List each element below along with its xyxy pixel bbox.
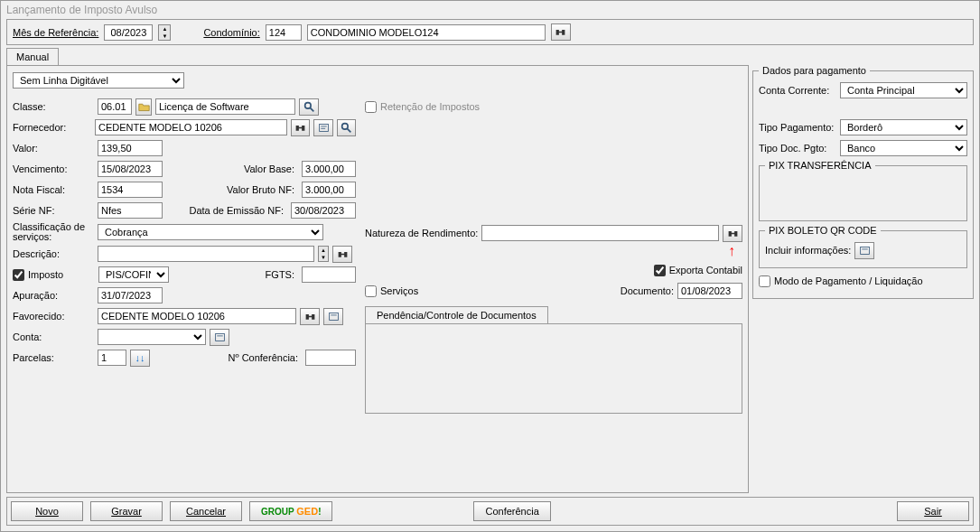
retencao-checkbox[interactable] — [365, 101, 377, 113]
linha-digitavel-select[interactable]: Sem Linha Digitável — [13, 72, 184, 89]
classe-name-input[interactable] — [155, 98, 295, 115]
card-icon — [318, 122, 330, 134]
svg-line-6 — [347, 128, 350, 132]
binoculars-icon — [727, 228, 739, 239]
fornecedor-binoculars-button[interactable] — [291, 119, 310, 136]
tipo-pagamento-select[interactable]: Borderô — [840, 119, 967, 135]
imposto-select[interactable]: PIS/COFINS/CSLL — [98, 266, 169, 283]
fornecedor-card-button[interactable] — [313, 119, 332, 136]
retencao-label: Retenção de Impostos — [380, 101, 480, 112]
apuracao-input[interactable] — [98, 287, 163, 303]
imposto-checkbox[interactable] — [13, 269, 24, 281]
pendencia-panel — [365, 323, 742, 414]
binoculars-icon — [294, 122, 306, 134]
svg-rect-7 — [329, 313, 338, 320]
descricao-spinner[interactable]: ▲▼ — [318, 246, 329, 262]
tipo-pagamento-label: Tipo Pagamento: — [759, 122, 836, 133]
classificacao-select[interactable]: Cobrança — [98, 224, 323, 240]
nota-fiscal-label: Nota Fiscal: — [13, 184, 94, 195]
conta-select[interactable] — [98, 329, 206, 345]
conta-label: Conta: — [13, 331, 94, 342]
incluir-info-label: Incluir informações: — [765, 245, 851, 256]
gravar-button[interactable]: Gravar — [90, 501, 163, 521]
fgts-input[interactable] — [302, 266, 356, 283]
fornecedor-search-button[interactable] — [337, 119, 356, 136]
binoculars-icon — [555, 26, 566, 38]
novo-button[interactable]: Novo — [11, 501, 83, 521]
magnifier-icon — [341, 122, 352, 134]
arrow-pointer-icon: ↑ — [728, 243, 735, 258]
valor-base-input[interactable] — [302, 161, 356, 177]
valor-label: Valor: — [13, 143, 94, 154]
classe-code-input[interactable] — [98, 98, 132, 115]
serie-nf-input[interactable] — [98, 202, 163, 219]
parcelas-button[interactable]: ↓↓ — [130, 350, 150, 367]
natureza-input[interactable] — [481, 225, 719, 241]
tab-manual[interactable]: Manual — [6, 48, 59, 66]
pix-transferencia-legend: PIX TRANSFERÊNCIA — [765, 160, 875, 171]
card-icon — [328, 311, 340, 322]
incluir-info-button[interactable] — [854, 242, 874, 259]
exporta-contabil-label: Exporta Contabil — [669, 265, 742, 275]
nota-fiscal-input[interactable] — [98, 182, 163, 198]
exporta-contabil-checkbox[interactable] — [654, 265, 666, 276]
svg-rect-9 — [215, 333, 224, 341]
classe-label: Classe: — [13, 101, 94, 112]
natureza-label: Natureza de Rendimento: — [365, 228, 478, 238]
descricao-label: Descrição: — [13, 248, 94, 259]
favorecido-input[interactable] — [98, 308, 296, 324]
favorecido-label: Favorecido: — [13, 311, 94, 322]
favorecido-binoculars-button[interactable] — [300, 308, 320, 325]
classe-search-button[interactable] — [299, 98, 319, 116]
documento-input[interactable] — [677, 283, 742, 299]
condominio-code-input[interactable] — [266, 24, 302, 41]
classe-folder-button[interactable] — [135, 98, 152, 116]
vencimento-label: Vencimento: — [13, 163, 94, 174]
conferencia-button[interactable]: Conferência — [473, 501, 550, 521]
condominio-name-input[interactable] — [307, 24, 546, 41]
svg-point-0 — [304, 102, 311, 108]
mes-ref-input[interactable] — [104, 24, 153, 41]
card-icon — [214, 331, 226, 343]
sair-button[interactable]: Sair — [897, 501, 969, 521]
servicos-checkbox[interactable] — [365, 285, 377, 297]
dados-pagamento-legend: Dados para pagamento — [759, 65, 870, 76]
num-conferencia-input[interactable] — [305, 350, 356, 366]
modo-pagamento-label: Modo de Pagamento / Liquidação — [774, 275, 923, 286]
parcelas-input[interactable] — [98, 350, 126, 366]
down-arrows-icon: ↓↓ — [135, 352, 145, 363]
descricao-binoculars-button[interactable] — [332, 246, 352, 263]
descricao-input[interactable] — [98, 246, 314, 262]
cancelar-button[interactable]: Cancelar — [170, 501, 242, 521]
conta-corrente-select[interactable]: Conta Principal — [840, 82, 967, 98]
vencimento-input[interactable] — [98, 161, 163, 177]
mes-ref-spinner[interactable]: ▲▼ — [158, 24, 171, 41]
modo-pagamento-checkbox[interactable] — [759, 275, 770, 287]
top-filter-bar: Mês de Referência: ▲▼ Condomínio: — [6, 19, 974, 45]
mes-ref-label: Mês de Referência: — [13, 27, 98, 38]
serie-nf-label: Série NF: — [13, 205, 94, 216]
documento-label: Documento: — [621, 285, 674, 296]
pix-boleto-fieldset: PIX BOLETO QR CODE Incluir informações: — [759, 225, 967, 268]
pix-boleto-legend: PIX BOLETO QR CODE — [765, 225, 881, 236]
group-ged-button[interactable]: GROUP GED! — [249, 501, 332, 521]
tipo-doc-select[interactable]: Banco — [840, 140, 967, 156]
card-icon — [859, 245, 871, 257]
binoculars-icon — [304, 311, 316, 322]
search-condominio-button[interactable] — [551, 23, 571, 41]
bottom-toolbar: Novo Gravar Cancelar GROUP GED! Conferên… — [6, 497, 974, 526]
favorecido-card-button[interactable] — [323, 308, 343, 325]
valor-base-label: Valor Base: — [166, 163, 298, 174]
num-conferencia-label: Nº Conferência: — [154, 352, 302, 363]
conta-corrente-label: Conta Corrente: — [759, 85, 836, 96]
fgts-label: FGTS: — [173, 269, 298, 280]
valor-bruto-input[interactable] — [302, 182, 356, 198]
fornecedor-input[interactable] — [95, 119, 287, 135]
conta-card-button[interactable] — [210, 329, 229, 346]
data-emissao-input[interactable] — [291, 202, 356, 219]
tab-pendencia[interactable]: Pendência/Controle de Documentos — [365, 306, 548, 323]
valor-input[interactable] — [98, 140, 163, 156]
tipo-doc-label: Tipo Doc. Pgto: — [759, 143, 836, 154]
natureza-binoculars-button[interactable] — [723, 225, 742, 242]
magnifier-icon — [303, 101, 315, 113]
